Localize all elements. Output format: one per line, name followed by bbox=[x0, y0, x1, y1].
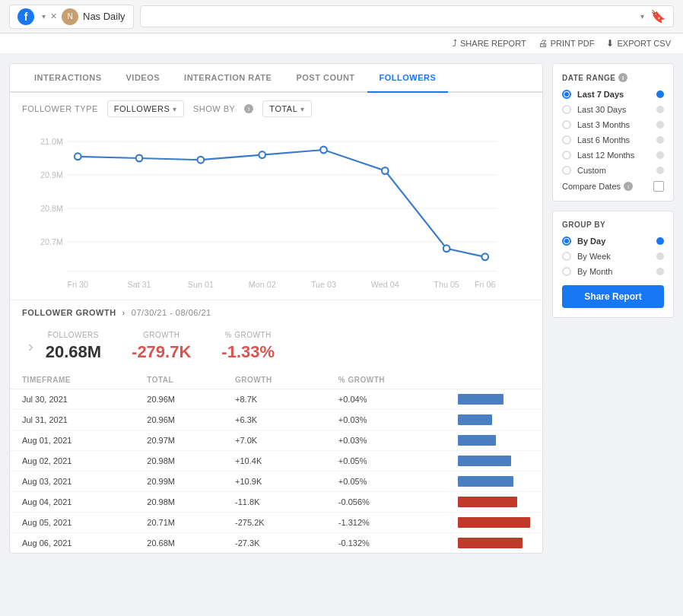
tab-bar: INTERACTIONS VIDEOS INTERACTION RATE POS… bbox=[10, 64, 542, 93]
svg-point-23 bbox=[443, 245, 450, 252]
bookmark-icon[interactable]: 🔖 bbox=[650, 9, 666, 24]
table-row: Aug 01, 202120.97M+7.0K+0.03% bbox=[10, 430, 542, 451]
group-by-title: GROUP BY bbox=[562, 221, 664, 229]
followers-summary-col: FOLLOWERS 20.68M bbox=[46, 331, 101, 362]
cell-pct-growth: -0.132% bbox=[326, 533, 446, 554]
top-toolbar: ⤴ SHARE REPORT 🖨 PRINT PDF ⬇ EXPORT CSV bbox=[0, 33, 683, 54]
tab-videos[interactable]: VIDEOS bbox=[114, 64, 173, 93]
group-by-option[interactable]: By Day bbox=[562, 237, 664, 246]
cell-date: Aug 01, 2021 bbox=[10, 430, 135, 451]
group-by-label: By Month bbox=[577, 267, 612, 276]
group-by-option[interactable]: By Month bbox=[562, 267, 664, 276]
pct-growth-value: -1.33% bbox=[221, 342, 275, 362]
follower-type-select[interactable]: Followers ▾ bbox=[107, 100, 184, 117]
radio-dot-icon bbox=[562, 237, 571, 246]
radio-dot-icon bbox=[562, 135, 571, 144]
col-bar bbox=[446, 371, 542, 389]
group-by-label: By Week bbox=[577, 252, 611, 261]
table-row: Aug 04, 202120.98M-11.8K-0.056% bbox=[10, 492, 542, 513]
cell-growth: -27.3K bbox=[223, 533, 326, 554]
url-chevron-icon: ▾ bbox=[640, 12, 644, 21]
cell-date: Aug 05, 2021 bbox=[10, 513, 135, 533]
svg-text:Wed 04: Wed 04 bbox=[371, 280, 399, 289]
tab-interactions[interactable]: INTERACTIONS bbox=[22, 64, 114, 93]
radio-dot-icon bbox=[562, 90, 571, 99]
group-by-option[interactable]: By Week bbox=[562, 252, 664, 261]
export-csv-btn[interactable]: ⬇ EXPORT CSV bbox=[606, 38, 671, 49]
cell-pct-growth: +0.03% bbox=[326, 410, 446, 430]
svg-point-22 bbox=[382, 167, 389, 174]
svg-text:Mon 02: Mon 02 bbox=[249, 280, 276, 289]
followers-summary-label: FOLLOWERS bbox=[46, 331, 101, 339]
date-range-label: Last 30 Days bbox=[577, 105, 626, 114]
cell-bar bbox=[446, 533, 542, 554]
follower-type-arrow-icon: ▾ bbox=[173, 105, 177, 113]
compare-info-icon: i bbox=[624, 182, 633, 191]
radio-dot-icon bbox=[562, 105, 571, 114]
tab-interaction-rate[interactable]: INTERACTION RATE bbox=[172, 64, 284, 93]
browser-tab[interactable]: f ▾ ✕ N Nas Daily bbox=[9, 5, 134, 29]
date-range-option[interactable]: Last 3 Months bbox=[562, 120, 664, 129]
summary-columns: FOLLOWERS 20.68M GROWTH -279.7K % GROWTH… bbox=[46, 331, 275, 362]
date-range-option[interactable]: Last 12 Months bbox=[562, 151, 664, 160]
export-icon: ⬇ bbox=[606, 38, 614, 49]
unselected-indicator-icon bbox=[656, 268, 664, 275]
unselected-indicator-icon bbox=[656, 252, 664, 260]
growth-header-label: FOLLOWER GROWTH bbox=[22, 308, 116, 317]
unselected-indicator-icon bbox=[656, 167, 664, 174]
growth-summary-col: GROWTH -279.7K bbox=[132, 331, 191, 362]
table-row: Jul 31, 202120.96M+6.3K+0.03% bbox=[10, 410, 542, 430]
print-pdf-btn[interactable]: 🖨 PRINT PDF bbox=[538, 38, 595, 49]
export-csv-label: EXPORT CSV bbox=[617, 39, 671, 48]
cell-date: Aug 04, 2021 bbox=[10, 492, 135, 513]
tab-close-icon[interactable]: ✕ bbox=[50, 11, 57, 21]
svg-point-21 bbox=[320, 147, 327, 154]
right-sidebar: DATE RANGE i Last 7 DaysLast 30 DaysLast… bbox=[552, 63, 674, 554]
date-range-label: Last 3 Months bbox=[577, 120, 630, 129]
date-range-option[interactable]: Last 30 Days bbox=[562, 105, 664, 114]
unselected-indicator-icon bbox=[656, 121, 664, 129]
cell-date: Jul 31, 2021 bbox=[10, 410, 135, 430]
date-range-option[interactable]: Last 6 Months bbox=[562, 135, 664, 144]
date-range-option[interactable]: Custom bbox=[562, 166, 664, 175]
cell-total: 20.98M bbox=[135, 492, 223, 513]
selected-indicator-icon bbox=[656, 90, 664, 98]
svg-text:Tue 03: Tue 03 bbox=[311, 280, 336, 289]
svg-text:20.7M: 20.7M bbox=[40, 237, 63, 246]
svg-point-24 bbox=[481, 253, 488, 260]
date-range-option[interactable]: Last 7 Days bbox=[562, 90, 664, 99]
show-by-info-icon: i bbox=[244, 104, 253, 113]
avatar: N bbox=[62, 8, 78, 25]
prev-arrow-icon[interactable]: › bbox=[22, 338, 40, 355]
tab-post-count[interactable]: POST COUNT bbox=[284, 64, 367, 93]
cell-total: 20.96M bbox=[135, 389, 223, 410]
svg-point-17 bbox=[75, 153, 81, 160]
cell-bar bbox=[446, 492, 542, 513]
compare-dates-row: Compare Dates i bbox=[562, 181, 664, 192]
cell-bar bbox=[446, 513, 542, 533]
share-report-label: SHARE REPORT bbox=[460, 39, 526, 48]
content-panel: INTERACTIONS VIDEOS INTERACTION RATE POS… bbox=[9, 63, 543, 554]
svg-point-20 bbox=[259, 151, 265, 158]
cell-bar bbox=[446, 451, 542, 472]
filter-row: FOLLOWER TYPE Followers ▾ SHOW BY i Tota… bbox=[10, 93, 542, 125]
table-row: Aug 02, 202120.98M+10.4K+0.05% bbox=[10, 451, 542, 472]
cell-total: 20.97M bbox=[135, 430, 223, 451]
compare-dates-checkbox[interactable] bbox=[653, 181, 664, 192]
tab-followers[interactable]: FOLLOWERS bbox=[367, 64, 449, 93]
share-icon: ⤴ bbox=[453, 38, 457, 49]
cell-date: Aug 06, 2021 bbox=[10, 533, 135, 554]
svg-text:20.8M: 20.8M bbox=[40, 204, 63, 213]
cell-total: 20.71M bbox=[135, 513, 223, 533]
show-by-label: SHOW BY bbox=[193, 104, 235, 113]
table-row: Jul 30, 202120.96M+8.7K+0.04% bbox=[10, 389, 542, 410]
show-by-select[interactable]: Total ▾ bbox=[262, 100, 311, 117]
svg-point-18 bbox=[136, 155, 143, 162]
cell-pct-growth: -1.312% bbox=[326, 513, 446, 533]
share-report-button[interactable]: Share Report bbox=[562, 285, 664, 308]
url-bar[interactable]: ▾ 🔖 bbox=[140, 5, 674, 27]
share-report-toolbar-btn[interactable]: ⤴ SHARE REPORT bbox=[453, 38, 526, 49]
print-icon: 🖨 bbox=[538, 38, 548, 49]
followers-summary-value: 20.68M bbox=[46, 342, 101, 362]
facebook-icon: f bbox=[17, 8, 34, 25]
